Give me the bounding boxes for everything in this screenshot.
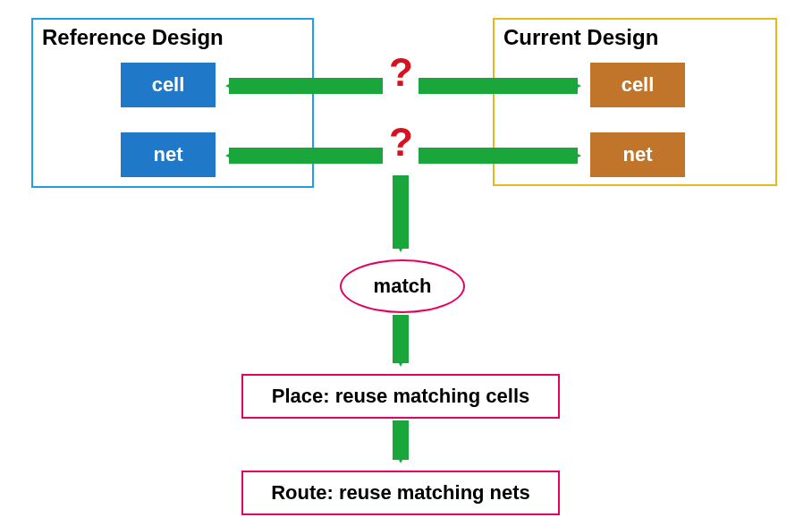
arrows-layer [0, 0, 812, 526]
diagram-canvas: Reference Design cell net Current Design… [0, 0, 812, 526]
